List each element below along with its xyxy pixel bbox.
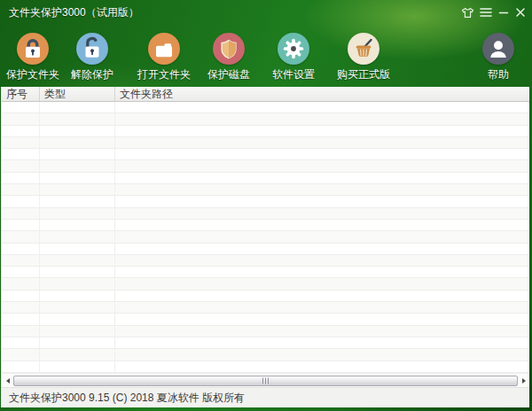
cell-path (115, 149, 529, 159)
tshirt-icon (461, 6, 474, 19)
cell-path (115, 361, 529, 372)
table-row[interactable] (2, 278, 529, 290)
cell-index (2, 231, 40, 242)
table-row[interactable] (2, 196, 529, 207)
cell-index (2, 137, 40, 148)
lock-open-icon (76, 33, 108, 65)
table-row[interactable] (2, 267, 529, 278)
buy-full-version-button[interactable]: 购买正式版 (330, 25, 397, 87)
table-row[interactable] (2, 184, 529, 196)
cell-index (2, 184, 40, 195)
arrow-left-icon (6, 378, 10, 384)
cell-path (115, 314, 529, 324)
table-row[interactable] (2, 231, 529, 243)
main-menu-button[interactable] (477, 0, 495, 25)
status-text: 文件夹保护3000 9.15 (C) 2018 夏冰软件 版权所有 (9, 392, 245, 404)
cell-type (40, 196, 115, 206)
table-row[interactable] (2, 361, 529, 373)
cell-type (40, 349, 115, 360)
cell-type (40, 278, 115, 289)
scroll-right-button[interactable] (518, 374, 529, 388)
table-row[interactable] (2, 244, 529, 255)
cell-type (40, 337, 115, 348)
cell-type (40, 173, 115, 183)
table-row[interactable] (2, 291, 529, 302)
cell-path (115, 113, 529, 124)
help-button[interactable]: 帮助 (465, 25, 532, 87)
cell-path (115, 326, 529, 337)
column-header-type[interactable]: 类型 (40, 87, 115, 101)
hamburger-icon (480, 7, 492, 18)
cell-path (115, 231, 529, 242)
minimize-icon (498, 7, 509, 18)
scroll-left-button[interactable] (2, 374, 13, 388)
table-row[interactable] (2, 208, 529, 220)
cell-index (2, 291, 40, 301)
remove-protection-button[interactable]: 解除保护 (59, 25, 126, 87)
table-row[interactable] (2, 137, 529, 149)
column-header-path[interactable]: 文件夹路径 (115, 87, 529, 101)
cell-path (115, 278, 529, 289)
toolbar-label: 保护磁盘 (207, 67, 250, 82)
cell-index (2, 149, 40, 159)
cell-path (115, 244, 529, 254)
open-folder-button[interactable]: 打开文件夹 (130, 25, 198, 87)
software-settings-button[interactable]: 软件设置 (260, 25, 327, 87)
cell-type (40, 137, 115, 148)
minimize-button[interactable] (495, 0, 512, 25)
titlebar[interactable]: 文件夹保护3000（试用版） (0, 0, 532, 25)
horizontal-scrollbar[interactable] (2, 373, 529, 387)
cell-path (115, 302, 529, 313)
table-row[interactable] (2, 326, 529, 337)
cell-index (2, 302, 40, 313)
cell-type (40, 326, 115, 337)
cell-path (115, 267, 529, 277)
cell-path (115, 349, 529, 360)
cell-type (40, 113, 115, 124)
cell-path (115, 220, 529, 230)
table-row[interactable] (2, 126, 529, 137)
cell-path (115, 137, 529, 148)
cell-index (2, 196, 40, 206)
lock-closed-icon (17, 33, 49, 65)
cell-index (2, 326, 40, 337)
toolbar-label: 购买正式版 (337, 67, 390, 82)
cell-path (115, 337, 529, 348)
table-body[interactable] (2, 102, 529, 373)
basket-icon (348, 33, 379, 65)
table-row[interactable] (2, 149, 529, 160)
table-row[interactable] (2, 173, 529, 184)
cell-type (40, 244, 115, 254)
table-row[interactable] (2, 220, 529, 231)
cell-index (2, 173, 40, 183)
person-icon (482, 33, 514, 65)
cell-index (2, 267, 40, 277)
protect-disk-button[interactable]: 保护磁盘 (195, 25, 262, 87)
cell-path (115, 184, 529, 195)
cell-path (115, 291, 529, 301)
table-row[interactable] (2, 113, 529, 125)
change-skin-button[interactable] (458, 0, 476, 25)
column-header-index[interactable]: 序号 (2, 87, 40, 101)
close-button[interactable] (512, 0, 529, 25)
table-row[interactable] (2, 314, 529, 325)
protect-folder-button[interactable]: 保护文件夹 (0, 25, 66, 87)
cell-path (115, 102, 529, 112)
cell-index (2, 244, 40, 254)
table-row[interactable] (2, 302, 529, 314)
table-row[interactable] (2, 255, 529, 267)
table-row[interactable] (2, 337, 529, 349)
cell-index (2, 255, 40, 266)
cell-index (2, 349, 40, 360)
scrollbar-thumb[interactable] (13, 376, 518, 387)
list-view: 序号 类型 文件夹路径 文件夹保护3000 9.15 (C) 2018 夏冰软件… (1, 87, 529, 407)
table-row[interactable] (2, 349, 529, 361)
cell-type (40, 302, 115, 313)
cell-type (40, 102, 115, 112)
toolbar-label: 打开文件夹 (137, 67, 191, 82)
cell-path (115, 160, 529, 171)
cell-type (40, 231, 115, 242)
table-row[interactable] (2, 102, 529, 113)
cell-type (40, 255, 115, 266)
table-row[interactable] (2, 160, 529, 172)
